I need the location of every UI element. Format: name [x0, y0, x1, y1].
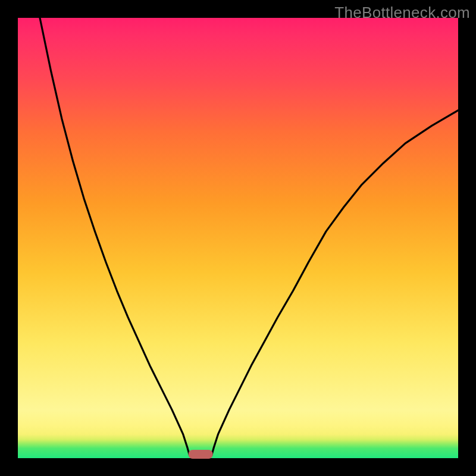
bottleneck-curve — [18, 18, 458, 458]
plot-area — [18, 18, 458, 458]
optimum-marker — [189, 450, 213, 459]
chart-frame: TheBottleneck.com — [0, 0, 476, 476]
